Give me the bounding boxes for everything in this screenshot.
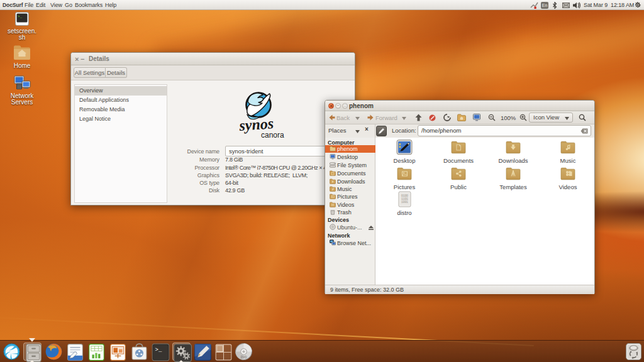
- svg-text:1001: 1001: [401, 200, 408, 204]
- svg-text:DVD: DVD: [241, 356, 247, 359]
- svg-text:>_: >_: [155, 347, 162, 353]
- svg-text:>_: >_: [18, 14, 23, 19]
- svg-text:canora: canora: [261, 131, 284, 140]
